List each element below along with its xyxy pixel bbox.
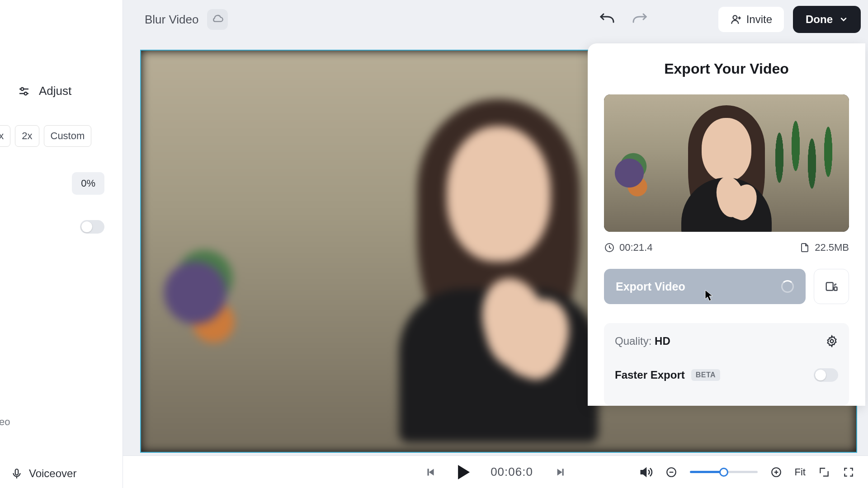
speed-chip-2x[interactable]: 2x [15, 125, 39, 147]
export-thumbnail [604, 94, 849, 232]
export-layout-button[interactable] [814, 269, 849, 304]
redo-icon [631, 12, 650, 27]
export-meta-row: 00:21.4 22.5MB [604, 242, 849, 253]
export-filesize: 22.5MB [815, 242, 849, 253]
sliders-icon [17, 84, 31, 98]
percent-value[interactable]: 0% [72, 172, 104, 195]
sidebar-toggle-row [0, 195, 123, 234]
export-duration: 00:21.4 [619, 242, 652, 253]
sidebar-toggle[interactable] [80, 220, 104, 234]
adjust-label: Adjust [39, 84, 71, 98]
cloud-sync-button[interactable] [207, 9, 228, 30]
undo-redo-group [596, 9, 651, 30]
topbar: Blur Video Invite Done [123, 0, 864, 39]
file-icon [799, 242, 810, 253]
svg-marker-17 [641, 468, 646, 476]
quality-label: Quality: [615, 335, 651, 347]
beta-badge: BETA [691, 369, 720, 381]
undo-button[interactable] [596, 9, 617, 30]
fit-button[interactable]: Fit [795, 466, 806, 478]
svg-rect-10 [826, 282, 833, 291]
gear-icon[interactable] [826, 335, 838, 347]
faster-export-label: Faster Export [615, 369, 685, 381]
export-button-label: Export Video [616, 280, 685, 293]
skip-back-icon [425, 466, 437, 478]
clock-icon [604, 242, 615, 253]
sidebar-item-b[interactable]: ra [0, 364, 123, 375]
percent-row: 0% [0, 147, 123, 195]
voiceover-button[interactable]: Voiceover [11, 467, 76, 480]
transport-bar: 00:06:0 Fit [123, 455, 868, 488]
svg-marker-13 [429, 469, 434, 475]
volume-icon[interactable] [639, 465, 653, 479]
svg-point-6 [733, 15, 737, 19]
svg-rect-14 [427, 469, 429, 475]
mic-icon [11, 468, 23, 479]
chevron-down-icon [839, 15, 848, 24]
skip-forward-button[interactable] [554, 466, 566, 478]
svg-rect-16 [562, 469, 563, 475]
quality-row[interactable]: Quality: HD [615, 335, 838, 347]
zoom-slider-thumb[interactable] [719, 468, 728, 477]
timecode: 00:06:0 [491, 465, 533, 479]
adjust-row[interactable]: Adjust [0, 0, 123, 98]
export-panel: Export Your Video 00:21.4 22 [588, 43, 865, 406]
project-title[interactable]: Blur Video [145, 13, 199, 27]
voiceover-label: Voiceover [29, 467, 76, 480]
invite-button[interactable]: Invite [718, 7, 784, 32]
sidebar-item-a[interactable]: se [0, 310, 123, 322]
faster-export-toggle[interactable] [814, 368, 838, 382]
export-settings: Quality: HD Faster Export BETA [604, 323, 849, 406]
faster-export-row: Faster Export BETA [615, 368, 838, 382]
zoom-in-icon[interactable] [770, 466, 782, 478]
speed-chip-5x[interactable]: 5x [0, 125, 10, 147]
layout-icon [825, 280, 838, 293]
done-button[interactable]: Done [793, 6, 861, 33]
person-plus-icon [730, 14, 742, 25]
redo-button[interactable] [630, 9, 651, 30]
svg-point-3 [24, 92, 27, 94]
speed-chips: 5x 2x Custom [0, 98, 123, 147]
svg-point-12 [830, 340, 834, 343]
export-video-button[interactable]: Export Video [604, 269, 806, 304]
done-label: Done [806, 13, 833, 26]
sidebar-item-c[interactable]: video [0, 416, 123, 428]
cloud-icon [211, 13, 224, 26]
speed-chip-custom[interactable]: Custom [44, 125, 92, 147]
quality-value: HD [655, 335, 670, 347]
skip-back-button[interactable] [425, 466, 437, 478]
undo-icon [597, 12, 616, 27]
zoom-out-icon[interactable] [665, 466, 677, 478]
svg-rect-4 [15, 469, 19, 475]
skip-forward-icon [554, 466, 566, 478]
play-button[interactable] [458, 465, 470, 479]
svg-point-2 [21, 87, 24, 90]
left-sidebar: Adjust 5x 2x Custom 0% se ra video Voice… [0, 0, 123, 488]
export-title: Export Your Video [604, 61, 849, 77]
expand-icon[interactable] [843, 466, 854, 478]
loading-spinner-icon [781, 280, 794, 293]
zoom-slider[interactable] [690, 471, 758, 473]
svg-marker-15 [557, 469, 562, 475]
invite-label: Invite [746, 13, 772, 26]
crop-icon[interactable] [818, 466, 830, 478]
svg-rect-11 [834, 287, 837, 291]
